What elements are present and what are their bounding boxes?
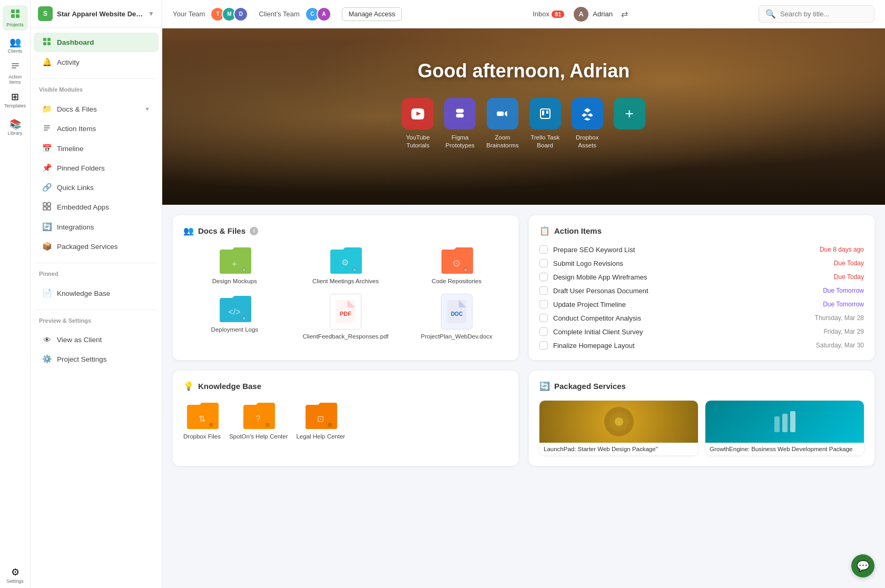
action-checkbox-3[interactable] (539, 286, 548, 295)
packaged-services-label: Packaged Services (57, 243, 118, 251)
svg-text:PDF: PDF (340, 311, 351, 317)
hero-app-zoom[interactable]: ZoomBrainstorms (486, 98, 518, 150)
action-checkbox-6[interactable] (539, 327, 548, 336)
sidebar-item-pinned-folders[interactable]: 📌 Pinned Folders (34, 158, 159, 177)
nav-clients[interactable]: 👥 Clients (3, 33, 28, 58)
kb-legal-folder-icon: ⊡ (303, 401, 338, 430)
action-items-header: 📋 Action Items (539, 226, 864, 236)
action-checkbox-7[interactable] (539, 341, 548, 350)
action-item-5: Conduct Competitor Analysis Thursday, Ma… (539, 314, 864, 322)
sidebar-item-action-items[interactable]: Action Items (34, 119, 159, 138)
action-checkbox-4[interactable] (539, 300, 548, 308)
action-due-7: Saturday, Mar 30 (816, 342, 864, 349)
svg-text:?: ? (256, 414, 261, 423)
hero-app-add[interactable]: + (614, 98, 645, 150)
ps-launchpad-label: LaunchPad: Starter Web Design Package" (539, 443, 698, 455)
file-item-code-repos[interactable]: ⊙ ⚙ Code Repositories (405, 245, 508, 285)
hero-app-figma[interactable]: FigmaPrototypes (444, 98, 476, 150)
file-item-deployment-logs[interactable]: </> ⚙ Deployment Logs (183, 294, 286, 341)
nav-library[interactable]: 📚 Library (3, 115, 28, 140)
svg-rect-12 (47, 203, 51, 206)
ps-item-launchpad[interactable]: LaunchPad: Starter Web Design Package" (539, 401, 698, 455)
kb-dropbox-folder-icon: ⇅ (185, 401, 219, 430)
user-name: Adrian (593, 10, 613, 18)
team-avatar-3: D (233, 7, 248, 22)
clients-team-label: Client's Team (259, 10, 299, 18)
svg-rect-0 (11, 9, 15, 13)
sidebar-item-integrations[interactable]: 🔄 Integrations (34, 217, 159, 236)
add-icon-box: + (614, 98, 645, 129)
sidebar-item-packaged-services[interactable]: 📦 Packaged Services (34, 237, 159, 256)
nav-action-items[interactable]: Action Items (3, 60, 28, 85)
svg-point-49 (328, 423, 332, 427)
action-name-1: Submit Logo Revisions (553, 260, 829, 267)
ps-item-growth[interactable]: GrowthEngine: Business Web Development P… (705, 401, 864, 455)
action-name-3: Draft User Personas Document (553, 287, 818, 295)
activity-icon: 🔔 (42, 57, 52, 67)
sidebar-item-activity[interactable]: 🔔 Activity (34, 53, 159, 72)
docs-info-icon: i (250, 227, 258, 235)
chat-button[interactable]: 💬 (851, 554, 874, 577)
zoom-icon-box (487, 98, 518, 129)
action-items-card: 📋 Action Items Prepare SEO Keyword List … (529, 215, 874, 360)
project-selector[interactable]: S Star Apparel Website Dev... ▼ (31, 0, 162, 28)
hero-app-youtube[interactable]: YouTubeTutorials (402, 98, 434, 150)
hero-app-dropbox[interactable]: DropboxAssets (572, 98, 603, 150)
divider-2 (36, 263, 156, 263)
sidebar-item-docs[interactable]: 📁 Docs & Files ▼ (34, 99, 159, 118)
sidebar-item-embedded-apps[interactable]: Embedded Apps (34, 197, 159, 217)
view-as-client-label: View as Client (57, 336, 102, 344)
user-profile[interactable]: A Adrian (573, 6, 613, 23)
sidebar-item-dashboard[interactable]: Dashboard (34, 33, 159, 52)
action-checkbox-1[interactable] (539, 259, 548, 267)
sidebar-item-timeline[interactable]: 📅 Timeline (34, 139, 159, 158)
activity-label: Activity (57, 58, 80, 66)
svg-rect-6 (12, 67, 16, 68)
sidebar-item-project-settings[interactable]: ⚙️ Project Settings (34, 350, 159, 368)
packaged-services-icon: 📦 (42, 242, 52, 251)
svg-rect-8 (47, 38, 51, 41)
chat-icon: 💬 (857, 560, 870, 572)
manage-access-button[interactable]: Manage Access (342, 7, 402, 21)
sidebar-item-quick-links[interactable]: 🔗 Quick Links (34, 178, 159, 197)
nav-templates[interactable]: ⊞ Templates (3, 87, 28, 113)
action-items-icon (10, 61, 21, 74)
sidebar-item-view-as-client[interactable]: 👁 View as Client (34, 331, 159, 349)
ps-title: Packaged Services (554, 382, 626, 391)
search-input[interactable] (780, 10, 868, 18)
search-box[interactable]: 🔍 (759, 5, 874, 23)
svg-text:⚙: ⚙ (242, 316, 245, 320)
nav-settings[interactable]: ⚙ Settings (3, 563, 28, 588)
inbox-section[interactable]: Inbox 81 (533, 10, 564, 18)
knowledge-base-label: Knowledge Base (57, 290, 110, 297)
file-item-project-plan[interactable]: DOC ProjectPlan_WebDev.docx (405, 294, 508, 341)
docs-files-card: 👥 Docs & Files i + ⚙ (173, 215, 518, 360)
kb-item-dropbox[interactable]: ⇅ Dropbox Files (183, 401, 221, 441)
file-item-client-feedback[interactable]: PDF ClientFeedback_Responses.pdf (294, 294, 397, 341)
action-checkbox-0[interactable] (539, 245, 548, 254)
nav-projects[interactable]: Projects (3, 5, 28, 31)
action-checkbox-5[interactable] (539, 314, 548, 322)
ps-growth-image (705, 401, 864, 443)
code-repos-folder-icon: ⊙ ⚙ (439, 245, 474, 274)
svg-rect-7 (43, 38, 46, 41)
svg-rect-11 (43, 203, 46, 206)
sidebar-item-knowledge-base[interactable]: 📄 Knowledge Base (34, 284, 159, 303)
kb-item-spoton[interactable]: ? SpotOn's Help Center (229, 401, 288, 441)
refresh-icon[interactable]: ⇄ (621, 9, 628, 19)
action-due-5: Thursday, Mar 28 (815, 314, 864, 322)
integrations-label: Integrations (57, 223, 94, 231)
action-due-4: Due Tomorrow (823, 301, 864, 308)
project-plan-name: ProjectPlan_WebDev.docx (421, 333, 493, 341)
action-item-3: Draft User Personas Document Due Tomorro… (539, 286, 864, 295)
file-item-design-mockups[interactable]: + ⚙ Design Mockups (183, 245, 286, 285)
hero-app-trello[interactable]: Trello TaskBoard (529, 98, 561, 150)
action-checkbox-2[interactable] (539, 273, 548, 281)
project-icon: S (38, 6, 53, 21)
kb-item-legal[interactable]: ⊡ Legal Help Center (296, 401, 345, 441)
file-item-client-meetings[interactable]: ⚙ ⚙ Client Meetings Archives (294, 245, 397, 285)
project-name: Star Apparel Website Dev... (57, 10, 144, 18)
your-team-label: Your Team (173, 10, 205, 18)
svg-point-52 (615, 417, 623, 426)
action-due-2: Due Today (834, 273, 864, 281)
